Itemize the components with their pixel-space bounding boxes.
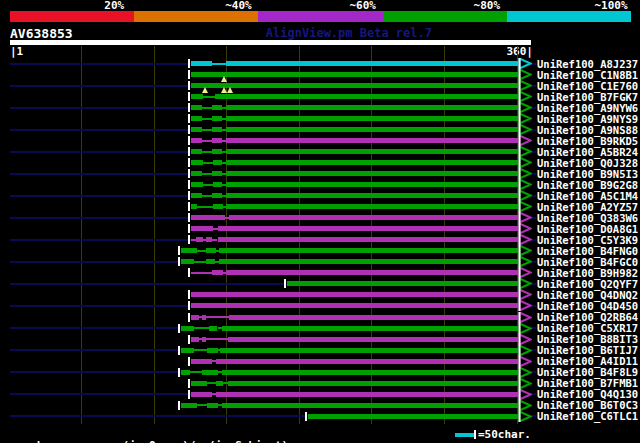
hsp-segment[interactable]	[226, 171, 518, 176]
hsp-segment[interactable]	[212, 149, 222, 154]
hsp-segment[interactable]	[216, 381, 223, 386]
hit-arrowhead-icon[interactable]	[518, 312, 532, 323]
hsp-segment[interactable]	[226, 270, 518, 275]
hit-arrowhead-icon[interactable]	[518, 135, 532, 146]
hsp-segment[interactable]	[226, 105, 518, 110]
hsp-segment[interactable]	[226, 149, 518, 154]
hsp-segment[interactable]	[191, 303, 518, 308]
hsp-segment[interactable]	[215, 94, 518, 99]
hsp-segment[interactable]	[209, 326, 218, 331]
hit-label[interactable]: UniRef100_B9RKD5	[537, 136, 638, 147]
hit-arrowhead-icon[interactable]	[518, 256, 532, 267]
hit-arrowhead-icon[interactable]	[518, 113, 532, 124]
hsp-segment[interactable]	[226, 138, 518, 143]
hsp-segment[interactable]	[191, 292, 518, 297]
hit-arrowhead-icon[interactable]	[518, 278, 532, 289]
hsp-segment[interactable]	[191, 138, 201, 143]
hsp-segment[interactable]	[212, 116, 222, 121]
hsp-segment[interactable]	[308, 414, 518, 419]
hsp-segment[interactable]	[181, 259, 194, 264]
hsp-gap-line[interactable]	[202, 118, 212, 120]
hsp-segment[interactable]	[212, 193, 222, 198]
hsp-gap-line[interactable]	[202, 173, 212, 175]
hsp-gap-line[interactable]	[203, 184, 213, 186]
hsp-segment[interactable]	[216, 359, 518, 364]
hsp-segment[interactable]	[191, 337, 198, 342]
hsp-segment[interactable]	[226, 127, 518, 132]
hit-arrowhead-icon[interactable]	[518, 334, 532, 345]
hit-label[interactable]: UniRef100_C6TLC1	[537, 411, 638, 422]
hit-arrowhead-icon[interactable]	[518, 157, 532, 168]
hsp-segment[interactable]	[226, 61, 518, 66]
hsp-segment[interactable]	[213, 160, 222, 165]
hsp-segment[interactable]	[207, 348, 217, 353]
hsp-segment[interactable]	[220, 348, 518, 353]
hsp-gap-line[interactable]	[194, 349, 207, 351]
hsp-segment[interactable]	[181, 326, 194, 331]
hsp-segment[interactable]	[191, 182, 203, 187]
hit-arrowhead-icon[interactable]	[518, 179, 532, 190]
hsp-segment[interactable]	[212, 138, 222, 143]
hsp-segment[interactable]	[226, 193, 518, 198]
hsp-segment[interactable]	[202, 370, 218, 375]
hsp-segment[interactable]	[222, 403, 518, 408]
hit-arrowhead-icon[interactable]	[518, 245, 532, 256]
hsp-gap-line[interactable]	[203, 162, 213, 164]
hsp-gap-line[interactable]	[207, 382, 216, 384]
hsp-segment[interactable]	[206, 248, 216, 253]
hsp-segment[interactable]	[191, 149, 201, 154]
hsp-segment[interactable]	[191, 315, 198, 320]
hit-arrowhead-icon[interactable]	[518, 345, 532, 356]
hsp-segment[interactable]	[191, 226, 213, 231]
hsp-segment[interactable]	[222, 370, 518, 375]
hsp-segment[interactable]	[228, 337, 518, 342]
hsp-segment[interactable]	[226, 116, 518, 121]
hsp-segment[interactable]	[212, 171, 222, 176]
hsp-segment[interactable]	[191, 392, 211, 397]
hsp-segment[interactable]	[181, 370, 190, 375]
hit-label[interactable]: UniRef100_A9NS88	[537, 125, 638, 136]
hit-arrowhead-icon[interactable]	[518, 411, 532, 422]
hsp-segment[interactable]	[207, 403, 217, 408]
hsp-segment[interactable]	[191, 105, 201, 110]
hsp-segment[interactable]	[181, 248, 197, 253]
hsp-gap-line[interactable]	[206, 338, 228, 340]
hit-label[interactable]: UniRef100_C1N8B1	[537, 70, 638, 81]
hit-arrowhead-icon[interactable]	[518, 212, 532, 223]
hit-label[interactable]: UniRef100_A8J237	[537, 59, 638, 70]
hit-label[interactable]: UniRef100_C1E760	[537, 81, 638, 92]
hsp-gap-line[interactable]	[202, 151, 212, 153]
hsp-segment[interactable]	[191, 61, 211, 66]
hsp-gap-line[interactable]	[202, 129, 212, 131]
hit-arrowhead-icon[interactable]	[518, 201, 532, 212]
hit-arrowhead-icon[interactable]	[518, 234, 532, 245]
hit-arrowhead-icon[interactable]	[518, 300, 532, 311]
hsp-segment[interactable]	[213, 204, 223, 209]
hsp-segment[interactable]	[191, 171, 201, 176]
hit-arrowhead-icon[interactable]	[518, 91, 532, 102]
hit-label[interactable]: UniRef100_A9NYS9	[537, 114, 638, 125]
hsp-segment[interactable]	[191, 116, 201, 121]
hsp-segment[interactable]	[229, 215, 518, 220]
hit-arrowhead-icon[interactable]	[518, 58, 532, 69]
hsp-segment[interactable]	[212, 127, 222, 132]
hsp-segment[interactable]	[219, 248, 518, 253]
hit-arrowhead-icon[interactable]	[518, 190, 532, 201]
hit-arrowhead-icon[interactable]	[518, 80, 532, 91]
hsp-segment[interactable]	[213, 182, 222, 187]
hit-arrowhead-icon[interactable]	[518, 400, 532, 411]
hsp-segment[interactable]	[226, 204, 518, 209]
hsp-gap-line[interactable]	[190, 371, 202, 373]
hsp-segment[interactable]	[191, 359, 211, 364]
hit-arrowhead-icon[interactable]	[518, 289, 532, 300]
hsp-gap-line[interactable]	[194, 261, 206, 263]
hit-arrowhead-icon[interactable]	[518, 356, 532, 367]
hsp-segment[interactable]	[191, 83, 518, 88]
hit-arrowhead-icon[interactable]	[518, 124, 532, 135]
hsp-gap-line[interactable]	[202, 107, 212, 109]
hsp-gap-line[interactable]	[206, 316, 229, 318]
hsp-segment[interactable]	[226, 160, 518, 165]
hit-arrowhead-icon[interactable]	[518, 367, 532, 378]
hsp-gap-line[interactable]	[212, 63, 227, 65]
hsp-segment[interactable]	[191, 215, 224, 220]
